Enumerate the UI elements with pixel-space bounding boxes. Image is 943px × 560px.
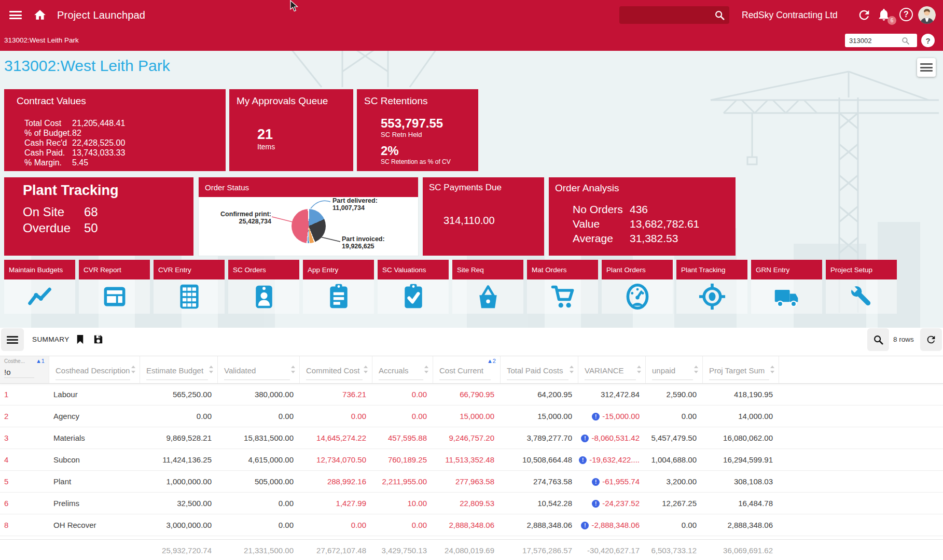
cell-cost: 11,513,352.48 bbox=[433, 449, 501, 470]
column-filter-input[interactable] bbox=[379, 380, 423, 380]
column-filter-input[interactable] bbox=[585, 380, 636, 380]
nav-tile-sc-valuations[interactable]: SC Valuations bbox=[378, 260, 449, 314]
grid-view-name: SUMMARY bbox=[32, 335, 70, 343]
clipboard-check-icon bbox=[378, 279, 449, 314]
column-header-val[interactable]: Validated bbox=[218, 356, 300, 383]
cell-proj: 16,294,599.91 bbox=[703, 449, 779, 470]
column-header-desc[interactable]: Costhead Description bbox=[49, 356, 140, 383]
nav-tile-label: Project Setup bbox=[826, 260, 897, 279]
nav-tile-site-req[interactable]: Site Req bbox=[452, 260, 523, 314]
column-filter-input[interactable] bbox=[56, 380, 130, 380]
table-row[interactable]: 3Materials9,869,528.2115,831,500.0014,64… bbox=[0, 427, 943, 449]
sort-caret-icon[interactable] bbox=[636, 365, 642, 376]
cell-paid: 10,542.28 bbox=[501, 493, 578, 514]
help-icon[interactable]: ? bbox=[899, 8, 914, 22]
column-header-comm[interactable]: Commited Cost bbox=[300, 356, 372, 383]
column-header-accr[interactable]: Accruals bbox=[372, 356, 433, 383]
nav-tile-grn-entry[interactable]: GRN Entry bbox=[751, 260, 822, 314]
column-filter-input[interactable] bbox=[306, 380, 363, 380]
home-icon[interactable] bbox=[33, 8, 47, 22]
cell-proj: 16,484.78 bbox=[703, 493, 779, 514]
nav-tile-app-entry[interactable]: App Entry bbox=[303, 260, 374, 314]
table-row[interactable]: 5Plant1,000,000.00505,000.00288,992.162,… bbox=[0, 471, 943, 493]
total-proj: 36,069,691.62 bbox=[703, 540, 779, 560]
bookmark-icon[interactable] bbox=[74, 333, 86, 345]
notifications-bell-icon[interactable]: 6 bbox=[877, 7, 893, 24]
nav-tile-project-setup[interactable]: Project Setup bbox=[826, 260, 897, 314]
cell-est: 11,424,136.25 bbox=[140, 449, 218, 470]
nav-tile-label: CVR Report bbox=[79, 260, 150, 279]
sort-caret-icon[interactable] bbox=[770, 365, 775, 376]
nav-tile-sc-orders[interactable]: SC Orders bbox=[228, 260, 299, 314]
nav-tile-plant-tracking[interactable]: Plant Tracking bbox=[676, 260, 747, 314]
metric-label: No Orders bbox=[573, 202, 630, 217]
metric-label: % Margin. bbox=[24, 158, 72, 167]
menu-icon[interactable] bbox=[9, 11, 22, 19]
column-filter-input[interactable] bbox=[439, 380, 491, 380]
column-filter-input[interactable] bbox=[224, 380, 290, 380]
project-search-input[interactable] bbox=[849, 37, 901, 45]
sort-caret-icon[interactable] bbox=[131, 365, 136, 376]
retention-percent-label: SC Retention as % of CV bbox=[381, 158, 478, 165]
cell-paid: 15,000.00 bbox=[501, 405, 578, 427]
total-comm: 27,672,107.48 bbox=[300, 540, 372, 560]
sc-retentions-card: SC Retentions 553,797.55 SC Retn Held 2%… bbox=[357, 89, 478, 171]
nav-tile-cvr-entry[interactable]: CVR Entry bbox=[154, 260, 225, 314]
column-header-proj[interactable]: Proj Target Sum bbox=[703, 356, 779, 383]
table-row[interactable]: 4Subcon11,424,136.254,615,000.0012,734,0… bbox=[0, 449, 943, 471]
column-header-label: Commited Cost bbox=[306, 366, 359, 375]
sort-caret-icon[interactable] bbox=[424, 365, 429, 376]
column-header-est[interactable]: Estimate Budget bbox=[140, 356, 218, 383]
sort-caret-icon[interactable] bbox=[694, 365, 699, 376]
page-menu-button[interactable] bbox=[917, 58, 936, 77]
column-filter-input[interactable] bbox=[4, 377, 34, 378]
column-filter-input[interactable] bbox=[146, 380, 208, 380]
grid-menu-button[interactable] bbox=[1, 328, 24, 351]
column-filter-input[interactable] bbox=[507, 380, 568, 380]
refresh-icon[interactable] bbox=[857, 8, 871, 22]
table-row[interactable]: 1Labour565,250.00380,000.00736.210.0066,… bbox=[0, 384, 943, 405]
cell-var: !-2,888,348.06 bbox=[578, 514, 646, 536]
total-desc bbox=[49, 540, 140, 560]
cell-accr: 760,189.25 bbox=[372, 449, 433, 470]
nav-tile-plant-orders[interactable]: Plant Orders bbox=[602, 260, 673, 314]
metric-label: Cash Paid. bbox=[24, 148, 72, 158]
cell-no: 1 bbox=[0, 384, 49, 405]
user-avatar[interactable] bbox=[918, 6, 936, 24]
cell-proj: 14,000.00 bbox=[703, 405, 779, 427]
sort-caret-icon[interactable] bbox=[363, 365, 368, 376]
metric-value: 50 bbox=[84, 220, 98, 236]
refresh-icon bbox=[925, 334, 937, 345]
sort-caret-icon[interactable] bbox=[290, 365, 296, 376]
sort-caret-icon[interactable] bbox=[569, 365, 574, 376]
cell-unpaid: 1,004,688.00 bbox=[646, 449, 703, 470]
column-filter-input[interactable] bbox=[652, 380, 693, 380]
column-header-cost[interactable]: Cost Current▲2 bbox=[433, 356, 501, 383]
column-filter-value[interactable]: !o bbox=[4, 368, 11, 376]
nav-tile-mat-orders[interactable]: Mat Orders bbox=[527, 260, 598, 314]
column-header-paid[interactable]: Total Paid Costs bbox=[501, 356, 578, 383]
column-header-no[interactable]: Costhe...!o▲1 bbox=[0, 356, 49, 383]
cell-proj: 418,190.95 bbox=[703, 384, 779, 405]
cell-var: 312,472.84 bbox=[578, 384, 646, 405]
table-row[interactable]: 2Agency0.000.000.000.0015,000.0015,000.0… bbox=[0, 405, 943, 427]
column-header-label: unpaid bbox=[652, 366, 675, 375]
search-icon[interactable] bbox=[901, 36, 910, 45]
column-filter-input[interactable] bbox=[709, 380, 769, 380]
column-header-unpaid[interactable]: unpaid bbox=[646, 356, 703, 383]
search-icon[interactable] bbox=[714, 9, 725, 21]
global-search-input[interactable] bbox=[619, 6, 729, 24]
nav-tile-cvr-report[interactable]: CVR Report bbox=[79, 260, 150, 314]
grid-search-button[interactable] bbox=[867, 328, 889, 351]
save-icon[interactable] bbox=[92, 333, 104, 345]
grid-refresh-button[interactable] bbox=[920, 328, 942, 351]
column-header-var[interactable]: VARIANCE bbox=[578, 356, 646, 383]
table-row[interactable]: 8OH Recover3,000,000.000.000.000.002,888… bbox=[0, 514, 943, 536]
table-row[interactable]: 6Prelims32,500.000.001,427.9910.0022,809… bbox=[0, 493, 943, 514]
project-help-icon[interactable]: ? bbox=[921, 34, 935, 47]
cell-var: !-15,000.00 bbox=[578, 405, 646, 427]
sort-caret-icon[interactable] bbox=[209, 365, 214, 376]
nav-tile-maintain-budgets[interactable]: Maintain Budgets bbox=[4, 260, 75, 314]
cell-comm: 736.21 bbox=[300, 384, 372, 405]
breadcrumb[interactable]: 313002:West Leith Park bbox=[4, 36, 79, 44]
